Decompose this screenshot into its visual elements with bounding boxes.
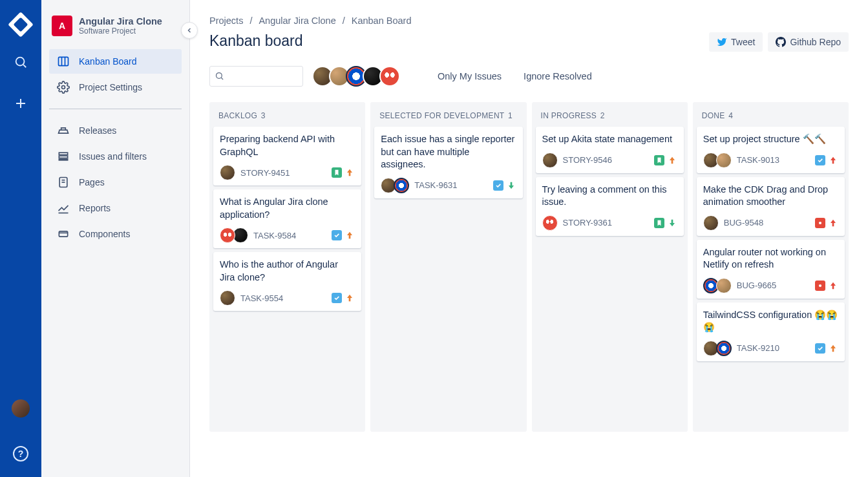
bug-type-icon: [815, 281, 825, 291]
search-icon[interactable]: [8, 49, 34, 75]
sidebar-item-kanban-board[interactable]: Kanban Board: [49, 49, 182, 74]
task-type-icon: [332, 230, 342, 240]
issue-card[interactable]: Set up project structure 🔨🔨TASK-9013: [697, 127, 845, 173]
tweet-button[interactable]: Tweet: [709, 32, 763, 52]
assignee-avatars: [542, 153, 558, 168]
chart-icon: [57, 202, 70, 215]
svg-rect-4: [59, 57, 69, 65]
current-user-avatar[interactable]: [12, 399, 30, 418]
project-avatar-icon: A: [52, 16, 72, 36]
kanban-board: BACKLOG 3Preparing backend API with Grap…: [209, 102, 849, 432]
board-column: DONE 4Set up project structure 🔨🔨TASK-90…: [693, 102, 849, 432]
sidebar-item-issues[interactable]: Issues and filters: [49, 144, 182, 169]
assignee-avatar: [220, 228, 235, 243]
priority-up-orange-icon: [344, 167, 355, 178]
priority-down-green-icon: [506, 180, 516, 191]
sidebar-item-label: Issues and filters: [79, 151, 147, 162]
issue-card[interactable]: TailwindCSS configuration 😭😭😭TASK-9210: [697, 302, 845, 361]
github-button[interactable]: Github Repo: [768, 32, 849, 52]
issue-card[interactable]: Try leaving a comment on this issue.STOR…: [536, 177, 684, 236]
issue-card[interactable]: Angular router not working on Netlify on…: [697, 240, 845, 299]
sidebar-item-releases[interactable]: Releases: [49, 118, 182, 143]
priority-up-red-icon: [828, 218, 838, 228]
priority-up-orange-icon: [667, 155, 677, 165]
column-header: IN PROGRESS 2: [536, 109, 684, 127]
issue-key: STORY-9361: [563, 218, 612, 228]
bug-type-icon: [815, 218, 825, 228]
help-icon[interactable]: ?: [13, 446, 28, 461]
ship-icon: [57, 124, 70, 137]
collapse-sidebar-button[interactable]: [181, 22, 198, 39]
svg-line-1: [23, 65, 26, 67]
sidebar-project-header: A Angular Jira Clone Software Project: [49, 16, 182, 49]
breadcrumb-root[interactable]: Projects: [209, 16, 243, 26]
issue-key: TASK-9584: [253, 231, 296, 240]
sidebar-item-pages[interactable]: Pages: [49, 170, 182, 195]
task-type-icon: [815, 343, 825, 354]
column-header: DONE 4: [697, 109, 845, 127]
story-type-icon: [332, 167, 342, 178]
assignee-avatars: [703, 215, 719, 231]
issue-card[interactable]: Each issue has a single reporter but can…: [374, 127, 522, 198]
task-type-icon: [332, 293, 342, 303]
priority-up-red-icon: [828, 281, 838, 291]
column-header: BACKLOG 3: [213, 109, 361, 127]
sidebar-item-components[interactable]: Components: [49, 222, 182, 246]
assignee-avatars: [703, 153, 732, 168]
sidebar-divider: [49, 109, 182, 109]
only-my-issues-button[interactable]: Only My Issues: [431, 67, 508, 85]
sidebar-item-project-settings[interactable]: Project Settings: [49, 75, 182, 100]
issue-card[interactable]: Set up Akita state managementSTORY-9546: [536, 127, 684, 173]
assignee-avatars: [220, 290, 235, 306]
assignee-avatar: [703, 215, 719, 231]
jira-logo-icon[interactable]: [8, 12, 34, 37]
breadcrumb: Projects / Angular Jira Clone / Kanban B…: [209, 16, 849, 26]
search-input-wrapper: [209, 66, 303, 87]
search-icon: [215, 71, 224, 81]
svg-line-18: [221, 78, 223, 80]
svg-point-7: [62, 86, 65, 89]
issue-card[interactable]: What is Angular Jira clone application?T…: [213, 189, 361, 248]
breadcrumb-project[interactable]: Angular Jira Clone: [259, 16, 335, 26]
breadcrumb-separator: /: [249, 16, 252, 26]
component-icon: [57, 228, 70, 240]
issue-key: BUG-9548: [724, 218, 763, 228]
sidebar-item-label: Project Settings: [79, 82, 142, 92]
breadcrumb-page[interactable]: Kanban Board: [352, 16, 412, 26]
priority-up-orange-icon: [828, 343, 838, 354]
main-content: Projects / Angular Jira Clone / Kanban B…: [190, 0, 868, 477]
column-header: SELECTED FOR DEVELOPMENT 1: [374, 109, 522, 127]
issue-title: Angular router not working on Netlify on…: [703, 246, 838, 271]
issue-title: What is Angular Jira clone application?: [220, 196, 355, 221]
priority-up-orange-icon: [344, 293, 355, 303]
svg-rect-10: [59, 159, 67, 160]
gear-icon: [57, 81, 70, 94]
svg-rect-8: [59, 153, 67, 154]
issue-key: TASK-9210: [737, 343, 779, 353]
assignee-avatars: [220, 165, 235, 180]
story-type-icon: [654, 155, 664, 165]
assignee-avatar[interactable]: [379, 66, 400, 87]
issue-card[interactable]: Make the CDK Drag and Drop animation smo…: [697, 177, 845, 236]
svg-point-0: [16, 58, 25, 66]
sidebar-item-label: Components: [79, 229, 130, 239]
create-icon[interactable]: [8, 90, 34, 116]
project-type: Software Project: [79, 26, 162, 36]
sidebar: A Angular Jira Clone Software Project Ka…: [41, 0, 190, 477]
board-icon: [57, 55, 70, 68]
page-icon: [57, 176, 70, 189]
assignee-avatars: [703, 278, 732, 293]
stack-icon: [57, 150, 70, 163]
priority-down-green-icon: [667, 218, 677, 228]
issue-title: Who is the author of Angular Jira clone?: [220, 259, 355, 284]
assignee-avatar: [716, 278, 732, 293]
issue-card[interactable]: Who is the author of Angular Jira clone?…: [213, 252, 361, 311]
sidebar-item-reports[interactable]: Reports: [49, 196, 182, 220]
assignee-avatars: [542, 215, 558, 231]
assignee-avatars: [381, 178, 409, 193]
ignore-resolved-button[interactable]: Ignore Resolved: [517, 67, 598, 85]
board-column: SELECTED FOR DEVELOPMENT 1Each issue has…: [370, 102, 526, 432]
svg-point-17: [217, 73, 222, 79]
issue-card[interactable]: Preparing backend API with GraphQLSTORY-…: [213, 127, 361, 186]
nav-rail: ?: [0, 0, 41, 477]
